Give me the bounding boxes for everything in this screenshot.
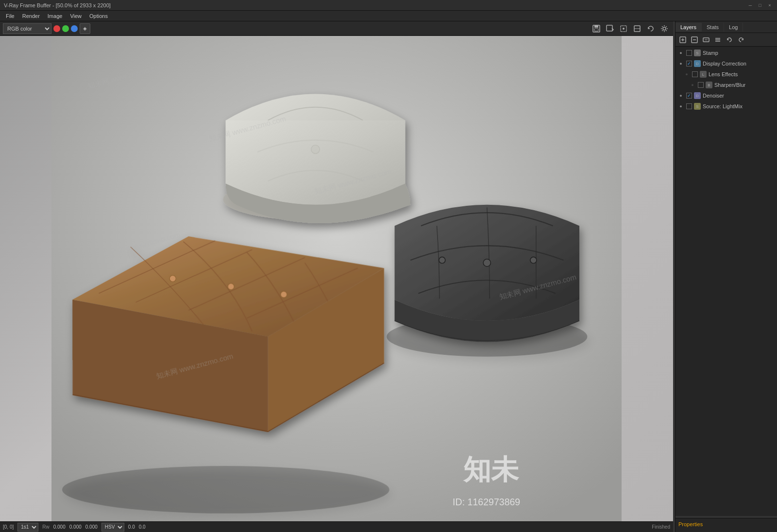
value-b: 0.000 — [85, 524, 98, 530]
viewport-panel: RGB color ◈ — [0, 21, 673, 532]
coords-display: [0, 0] — [3, 524, 14, 530]
svg-rect-3 — [607, 25, 612, 31]
layer-lens-effects[interactable]: ● L Lens Effects — [681, 69, 777, 80]
right-panel: Layers Stats Log — [675, 21, 777, 532]
save-button[interactable] — [591, 23, 602, 34]
window-title: V-Ray Frame Buffer - [50.0% of 2933 x 22… — [4, 2, 111, 8]
layer-stamp-label: Stamp — [703, 50, 775, 56]
svg-point-19 — [281, 291, 287, 298]
right-toolbar — [676, 33, 777, 47]
layers-list: ● S Stamp ● D Display Correction ● L Len… — [676, 47, 777, 516]
check-source-lightmix[interactable] — [686, 103, 692, 109]
icon-sharpen-blur: B — [706, 82, 712, 88]
layer-sharpen-blur[interactable]: ● B Sharpen/Blur — [687, 80, 777, 90]
render-canvas: 知未网 www.znzmo.com 知未网 www.znzmo.com 知未网 … — [0, 36, 673, 521]
layer-stamp[interactable]: ● S Stamp — [676, 48, 777, 58]
finished-label: Finished — [652, 524, 670, 530]
menu-file[interactable]: File — [2, 12, 18, 20]
properties-title: Properties — [678, 521, 774, 527]
value-r: 0.000 — [53, 524, 66, 530]
green-channel-button[interactable] — [62, 25, 69, 32]
icon-denoiser: D — [694, 92, 701, 99]
list-view-button[interactable] — [712, 34, 723, 45]
rw-label: Rw — [42, 524, 49, 530]
blue-channel-button[interactable] — [71, 25, 78, 32]
layer-source-lightmix[interactable]: ● S Source: LightMix — [676, 101, 777, 112]
maximize-button[interactable]: □ — [757, 2, 763, 9]
save-as-button[interactable] — [604, 23, 616, 34]
eye-display-correction[interactable]: ● — [677, 60, 684, 67]
menu-image[interactable]: Image — [44, 12, 67, 20]
value-h: 0.0 — [128, 524, 135, 530]
layer-source-lightmix-label: Source: LightMix — [703, 103, 775, 109]
window-controls: ─ □ × — [747, 2, 773, 9]
check-denoiser[interactable] — [686, 93, 692, 99]
value-g: 0.000 — [69, 524, 82, 530]
value-s: 0.0 — [139, 524, 146, 530]
check-display-correction[interactable] — [686, 61, 692, 66]
svg-point-12 — [62, 466, 389, 514]
main-area: RGB color ◈ — [0, 21, 777, 532]
icon-source-lightmix: S — [694, 103, 701, 110]
right-tabs: Layers Stats Log — [676, 21, 777, 33]
channel-icon-button[interactable]: ◈ — [80, 23, 90, 34]
svg-point-17 — [170, 275, 176, 282]
eye-stamp[interactable]: ● — [677, 50, 684, 56]
svg-point-18 — [228, 283, 234, 290]
check-stamp[interactable] — [686, 50, 692, 56]
svg-point-21 — [483, 259, 490, 266]
menu-bar: File Render Image View Options — [0, 11, 777, 21]
light-cushion — [223, 94, 410, 223]
status-bar: [0, 0] 1s1 Rw 0.000 0.000 0.000 HSV 0.0 … — [0, 521, 673, 532]
icon-display-correction: D — [694, 60, 701, 67]
layer-sharpen-blur-label: Sharpen/Blur — [714, 82, 775, 88]
layer-denoiser[interactable]: ● D Denoiser — [676, 90, 777, 101]
channel-select[interactable]: RGB color — [3, 23, 51, 34]
menu-options[interactable]: Options — [85, 12, 112, 20]
eye-lens-effects[interactable]: ● — [683, 71, 690, 78]
render-image: 知未网 www.znzmo.com 知未网 www.znzmo.com 知未网 … — [0, 36, 673, 521]
icon-stamp: S — [694, 50, 701, 56]
red-channel-button[interactable] — [53, 25, 60, 32]
merge-button[interactable] — [701, 34, 711, 45]
svg-point-8 — [663, 27, 666, 30]
hsv-select[interactable]: HSV — [101, 523, 124, 532]
minimize-button[interactable]: ─ — [747, 2, 754, 9]
close-button[interactable]: × — [766, 2, 773, 9]
menu-view[interactable]: View — [66, 12, 85, 20]
layer-lens-effects-label: Lens Effects — [709, 71, 775, 77]
properties-panel: Properties — [676, 518, 777, 532]
svg-point-23 — [530, 257, 537, 263]
remove-layer-button[interactable] — [689, 34, 700, 45]
svg-text:ID: 1162973869: ID: 1162973869 — [453, 497, 520, 507]
eye-source-lightmix[interactable]: ● — [677, 103, 684, 110]
layer-display-correction[interactable]: ● D Display Correction — [676, 58, 777, 69]
title-bar: V-Ray Frame Buffer - [50.0% of 2933 x 22… — [0, 0, 777, 11]
icon-lens-effects: L — [700, 71, 707, 78]
tab-layers[interactable]: Layers — [676, 23, 702, 32]
toolbar: RGB color ◈ — [0, 21, 673, 36]
render-button[interactable] — [631, 23, 643, 34]
undo-button[interactable] — [724, 34, 735, 45]
eye-sharpen-blur[interactable]: ● — [689, 82, 696, 88]
layer-display-correction-label: Display Correction — [703, 61, 775, 66]
check-sharpen-blur[interactable] — [698, 82, 704, 88]
tab-log[interactable]: Log — [724, 23, 743, 32]
refresh-button[interactable] — [645, 23, 657, 34]
menu-render[interactable]: Render — [18, 12, 44, 20]
canvas-background: 知未网 www.znzmo.com 知未网 www.znzmo.com 知未网 … — [0, 36, 673, 521]
eye-denoiser[interactable]: ● — [677, 92, 684, 99]
region-button[interactable] — [618, 23, 629, 34]
svg-point-22 — [439, 257, 445, 263]
svg-point-5 — [623, 28, 625, 30]
add-layer-button[interactable] — [677, 34, 688, 45]
settings-button[interactable] — [659, 23, 670, 34]
redo-button[interactable] — [736, 34, 746, 45]
svg-rect-2 — [594, 29, 598, 31]
tab-stats[interactable]: Stats — [702, 23, 724, 32]
zoom-select[interactable]: 1s1 — [17, 523, 38, 532]
check-lens-effects[interactable] — [692, 71, 698, 77]
svg-rect-1 — [594, 25, 598, 28]
layer-denoiser-label: Denoiser — [703, 93, 775, 99]
toolbar-right — [591, 23, 670, 34]
